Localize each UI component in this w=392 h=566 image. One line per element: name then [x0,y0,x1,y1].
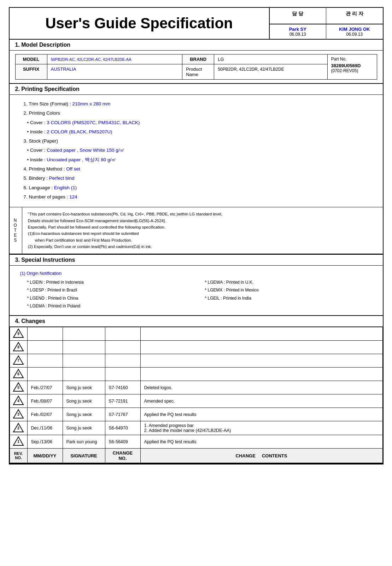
suffix-value-blue: AUSTRALIA [51,67,76,72]
row1-date: Sep./13/06 [27,435,63,449]
print-item-7: 4. Printing Method : Off set [24,165,369,173]
person-0: Park SY 06.09.13 [270,24,327,39]
person-1-date: 06.09.13 [330,32,379,37]
footer-sig: SIGNATURE [63,449,105,463]
print-item-4: 3. Stock (Paper) [24,137,369,145]
rev-6: 6 [10,368,27,381]
print-item-3: • Inside : 2 COLOR (BLACK, PMS207U) [27,128,369,136]
section-printing: 2. Printing Specification 1. Trim Size (… [10,84,383,255]
section4-title: 4. Changes [10,316,383,327]
rev-8: 8 [10,341,27,354]
print-item-6: • Inside : Uncoated paper , 백상지 80 g/㎡ [27,156,369,164]
model-value-blue: 50PB2DR-AC, 42LC2DR-AC, 42/47LB2DE-AA [51,57,131,62]
rev-2: 2 [10,421,27,435]
header-right: 담 당 관 리 자 Park SY 06.09.13 KIM JONG OK 0… [270,8,383,39]
rev-1: 1 [10,435,27,449]
page-container: User's Guide Specification 담 당 관 리 자 Par… [9,7,384,464]
print-item-9: 6. Language : English (1) [24,184,369,192]
product-name-value: 50PB2DR, 42LC2DR, 42/47LB2DE [214,64,327,80]
print-item-0: 1. Trim Size (Format) : 210mm x 280 mm [24,100,369,108]
row2-date: Dec./11/06 [27,421,63,435]
brand-label: BRAND [182,54,214,64]
table-row-7: 7 [10,354,382,368]
section1-title: 1. Model Description [10,40,383,51]
row1-sig: Park sun young [63,435,105,449]
section2-title: 2. Printing Specification [10,84,383,95]
row4-contents: Amended spec. [140,394,382,408]
footer-change-contents: CHANGE CONTENTS [140,449,382,463]
row4-date: Feb./08/07 [27,394,63,408]
page-title: User's Guide Specification [10,8,270,39]
print-item-2: • Cover : 3 COLORS (PMS207C, PMS431C, BL… [27,119,369,127]
row4-chno: S7-72191 [105,394,140,408]
row5-contents: Deleted logos. [140,381,382,394]
row3-chno: S7-71767 [105,408,140,421]
print-item-5: • Cover : Coated paper , Snow White 150 … [27,146,369,155]
table-row-9: 9 [10,327,382,341]
brand-value: LG [214,54,327,64]
table-row-2: 2 Dec./11/06 Song ju seok S6-64970 1. Am… [10,421,382,435]
row4-sig: Song ju seok [63,394,105,408]
table-row-6: 6 [10,368,382,381]
table-row-4: 4 Feb./08/07 Song ju seok S7-72191 Amend… [10,394,382,408]
row5-date: Feb./27/07 [27,381,63,394]
footer-rev: REV.NO. [10,449,27,463]
footer-chno: CHANGE NO. [105,449,140,463]
notes-line-4: when Part certification test and First M… [28,237,222,243]
row2-chno: S6-64970 [105,421,140,435]
rev-9: 9 [10,327,27,341]
origin-notification-title: (1) Origin Notification [20,270,372,277]
model-value: 50PB2DR-AC, 42LC2DR-AC, 42/47LB2DE-AA [47,54,182,64]
rev-4: 4 [10,394,27,408]
changes-table-wrapper: 9 8 [10,327,383,463]
print-item-10: 7. Number of pages : 124 [24,193,369,201]
row2-sig: Song ju seok [63,421,105,435]
row1-chno: S6-56409 [105,435,140,449]
footer-date: MM/DD/YY [27,449,63,463]
persons-row: Park SY 06.09.13 KIM JONG OK 06.09.13 [270,24,383,39]
notes-label: N O T E S [10,207,22,253]
origin-empty [205,302,372,310]
person-0-date: 06.09.13 [273,32,323,37]
table-row-1: 1 Sep./13/06 Park sun young S6-56409 App… [10,435,382,449]
section-changes: 4. Changes 9 [10,316,383,464]
rev-3: 3 [10,408,27,421]
person-1-name: KIM JONG OK [330,27,379,32]
row5-sig: Song ju seok [63,381,105,394]
row3-contents: Applied the PQ test results [140,408,382,421]
part-no-rev: (0702-REV05) [331,68,373,73]
print-item-1: 2. Printing Colors [24,109,369,117]
origins-grid: * LGEIN : Printed in Indonesia * LGEWA :… [20,279,372,310]
notes-line-3: (1)Eco-hazardous substances test report … [28,230,222,237]
model-label: MODEL [15,54,47,64]
notes-line-2: Especially, Part should be followed and … [28,224,222,230]
row3-sig: Song ju seok [63,408,105,421]
section-special: 3. Special Instructions (1) Origin Notif… [10,255,383,316]
role-label-1: 관 리 자 [326,8,383,24]
section3-title: 3. Special Instructions [10,255,383,266]
table-row-5: 5 Feb./27/07 Song ju seok S7-74160 Delet… [10,381,382,394]
special-content: (1) Origin Notification * LGEIN : Printe… [10,266,383,316]
model-table: MODEL 50PB2DR-AC, 42LC2DR-AC, 42/47LB2DE… [15,54,377,80]
section-model: 1. Model Description MODEL 50PB2DR-AC, 4… [10,40,383,84]
notes-content: "This part contains Eco-hazardous substa… [22,207,228,253]
print-item-8: 5. Bindery : Perfect bind [24,174,369,183]
row5-chno: S7-74160 [105,381,140,394]
table-row-8: 8 [10,341,382,354]
row1-contents: Applied the PQ test results [140,435,382,449]
rev-7: 7 [10,354,27,368]
role-label-0: 담 당 [270,8,327,24]
origin-lgemx: * LGEMX : Printed in Mexico [205,287,372,294]
suffix-label: SUFFIX [15,64,47,80]
notes-line-5: (2) Especially, Don't use or contain lea… [28,243,222,250]
changes-footer-row: REV.NO. MM/DD/YY SIGNATURE CHANGE NO. CH… [10,449,382,463]
table-row-3: 3 Feb./02/07 Song ju seok S7-71767 Appli… [10,408,382,421]
notes-line-1: Details should be followed Eco-SCM manag… [28,218,222,224]
origin-lgesp: * LGESP : Printed in Brazil [27,287,194,294]
changes-table: 9 8 [10,327,383,463]
row3-date: Feb./02/07 [27,408,63,421]
notes-line-0: "This part contains Eco-hazardous substa… [28,211,222,217]
person-1: KIM JONG OK 06.09.13 [326,24,383,39]
rev-5: 5 [10,381,27,394]
origin-lgeil: * LGEIL : Printed in India [205,295,372,302]
